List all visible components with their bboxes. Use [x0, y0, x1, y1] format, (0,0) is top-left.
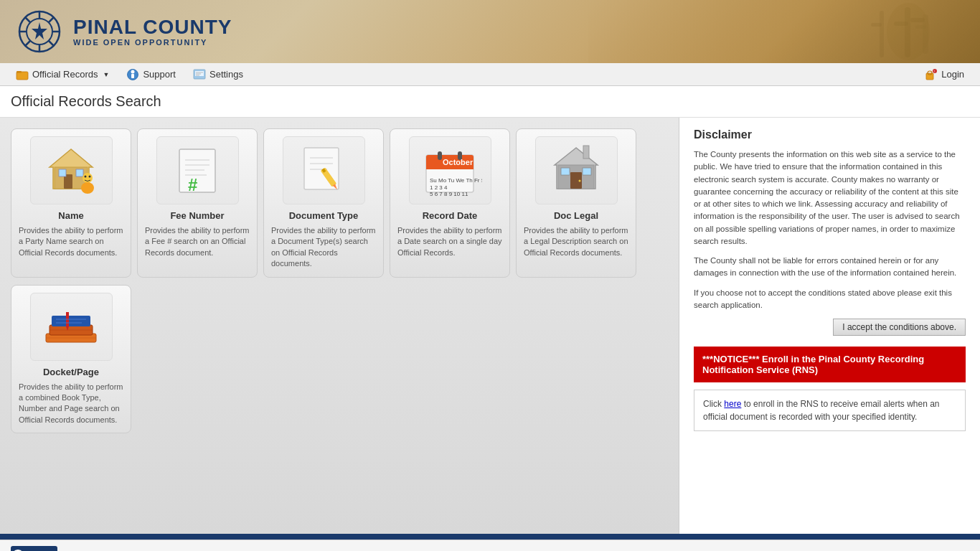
document-type-search-card[interactable]: Document Type Provides the ability to pe…: [263, 128, 384, 278]
site-title: PINAL COUNTY: [73, 17, 232, 39]
svg-point-69: [579, 179, 581, 182]
name-card-desc: Provides the ability to perform a Party …: [19, 225, 123, 258]
svg-marker-18: [32, 22, 47, 39]
notice-title: ***NOTICE*** Enroll in the Pinal County …: [702, 354, 957, 375]
svg-rect-4: [923, 14, 928, 54]
svg-rect-37: [59, 169, 66, 176]
records-nav-icon: [16, 68, 29, 81]
name-card-title: Name: [58, 210, 83, 221]
svg-rect-24: [131, 74, 134, 78]
accept-conditions-button[interactable]: I accept the conditions above.: [833, 319, 966, 336]
document-type-card-desc: Provides the ability to perform a Docume…: [271, 225, 376, 270]
docket-page-card-image: [30, 293, 113, 361]
document-type-card-title: Document Type: [289, 210, 359, 221]
search-card-grid: Name Provides the ability to perform a P…: [11, 128, 668, 278]
login-label: Login: [941, 69, 964, 80]
navbar: Official Records ▼ Support Settings ! Lo…: [0, 63, 980, 86]
svg-rect-1: [905, 7, 910, 57]
disclaimer-paragraph-1: The County presents the information on t…: [694, 149, 966, 248]
page-title: Official Records Search: [11, 93, 969, 110]
disclaimer-paragraph-2: The County shall not be liable for error…: [694, 255, 966, 280]
name-card-image: [30, 136, 113, 204]
login-button[interactable]: ! Login: [916, 65, 973, 85]
svg-rect-2: [894, 22, 908, 26]
search-card-grid-row2: Docket/Page Provides the ability to perf…: [11, 285, 668, 434]
logo-area: PINAL COUNTY WIDE OPEN OPPORTUNITY: [14, 6, 232, 57]
page-title-bar: Official Records Search: [0, 86, 980, 118]
login-icon: !: [925, 68, 938, 81]
disclaimer-title: Disclaimer: [694, 128, 966, 141]
disclaimer-paragraph-3: If you choose not to accept the conditio…: [694, 287, 966, 312]
right-panel: Disclaimer The County presents the infor…: [679, 118, 980, 534]
svg-rect-20: [17, 71, 22, 73]
svg-point-42: [89, 175, 91, 177]
doc-legal-card-title: Doc Legal: [554, 210, 598, 221]
support-nav-icon: [126, 68, 139, 81]
fee-number-card-image: #: [156, 136, 239, 204]
fee-number-search-card[interactable]: # Fee Number Provides the ability to per…: [137, 128, 258, 278]
nav-support[interactable]: Support: [118, 65, 184, 85]
svg-point-40: [81, 182, 94, 194]
notice-box: ***NOTICE*** Enroll in the Pinal County …: [694, 347, 966, 382]
svg-line-16: [49, 17, 54, 22]
logo-text: PINAL COUNTY WIDE OPEN OPPORTUNITY: [73, 17, 232, 47]
notice-content: Click here to enroll in the RNS to recei…: [694, 390, 966, 431]
svg-text:5  6  7  8  9 10 11: 5 6 7 8 9 10 11: [430, 191, 468, 197]
notice-prefix: Click: [703, 399, 722, 409]
fee-number-card-desc: Provides the ability to perform a Fee # …: [145, 225, 250, 258]
name-search-card[interactable]: Name Provides the ability to perform a P…: [11, 128, 131, 278]
docket-page-card-desc: Provides the ability to perform a combin…: [19, 382, 123, 426]
nav-settings[interactable]: Settings: [184, 65, 252, 85]
record-date-card-image: Su Mo Tu We Th Fr Sa 1 2 3 4 5 6 7 8 9 1…: [409, 136, 491, 204]
record-date-card-desc: Provides the ability to perform a Date s…: [397, 225, 502, 258]
docket-page-card-title: Docket/Page: [43, 367, 99, 377]
nav-settings-label: Settings: [209, 69, 243, 80]
svg-rect-60: [438, 151, 442, 160]
notice-link[interactable]: here: [724, 399, 741, 409]
svg-rect-6: [880, 11, 884, 57]
svg-rect-38: [76, 169, 83, 176]
svg-rect-7: [871, 23, 882, 27]
fee-number-card-title: Fee Number: [170, 210, 224, 221]
doc-legal-card-desc: Provides the ability to perform a Legal …: [524, 225, 628, 258]
nav-official-records-dropdown-icon: ▼: [103, 71, 110, 78]
record-date-search-card[interactable]: Su Mo Tu We Th Fr Sa 1 2 3 4 5 6 7 8 9 1…: [390, 128, 510, 278]
svg-rect-70: [561, 168, 570, 175]
svg-rect-75: [52, 316, 90, 326]
main-layout: Name Provides the ability to perform a P…: [0, 118, 980, 534]
svg-rect-71: [583, 168, 591, 175]
nav-official-records-label: Official Records: [32, 69, 98, 80]
docket-page-search-card[interactable]: Docket/Page Provides the ability to perf…: [11, 285, 131, 434]
site-subtitle: WIDE OPEN OPPORTUNITY: [73, 38, 232, 47]
svg-text:October: October: [443, 158, 473, 166]
svg-text:#: #: [188, 175, 197, 194]
svg-text:!: !: [934, 70, 935, 73]
pinal-county-logo-icon: [14, 6, 65, 57]
svg-point-41: [85, 175, 87, 177]
site-header: PINAL COUNTY WIDE OPEN OPPORTUNITY: [0, 0, 980, 63]
record-date-card-title: Record Date: [423, 210, 478, 221]
oncore-acclaim-logo: OnCore Acclaim: [11, 546, 57, 551]
svg-line-15: [49, 41, 54, 46]
search-area: Name Provides the ability to perform a P…: [0, 118, 679, 534]
svg-line-17: [25, 41, 30, 46]
svg-line-14: [25, 17, 30, 22]
svg-point-23: [131, 70, 135, 73]
footer-logo: OnCore Acclaim: [11, 546, 57, 551]
doc-legal-search-card[interactable]: Doc Legal Provides the ability to perfor…: [516, 128, 636, 278]
svg-text:1  2  3  4: 1 2 3 4: [430, 184, 448, 191]
svg-rect-5: [915, 25, 926, 29]
doc-legal-card-image: [535, 136, 618, 204]
footer-blue-bar: [0, 534, 980, 540]
nav-support-label: Support: [143, 69, 176, 80]
svg-text:Su Mo Tu We Th Fr Sa: Su Mo Tu We Th Fr Sa: [430, 177, 482, 184]
document-type-card-image: [283, 136, 365, 204]
footer-bar: OnCore Acclaim Copyright 2022 © Acclaim,…: [0, 540, 980, 551]
nav-official-records[interactable]: Official Records ▼: [7, 65, 118, 85]
settings-nav-icon: [193, 68, 206, 81]
svg-rect-30: [926, 73, 933, 80]
svg-rect-72: [583, 146, 589, 159]
